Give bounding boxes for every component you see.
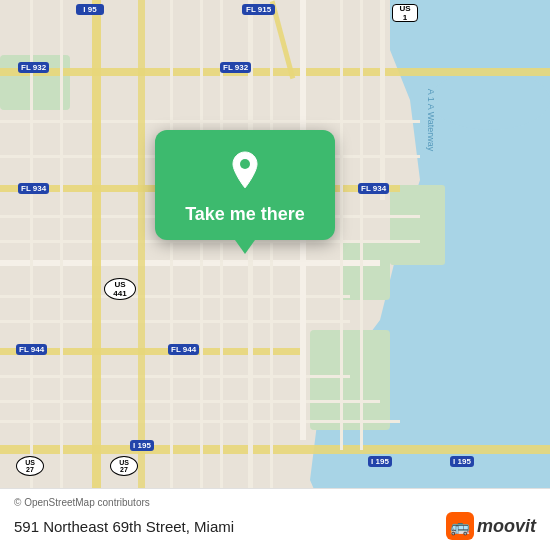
highway-shield-i95: I 95 (76, 4, 104, 15)
map-container: I 95 FL 915 US 1 FL 932 FL 932 FL 934 FL… (0, 0, 550, 550)
popup-card[interactable]: Take me there (155, 130, 335, 240)
svg-rect-9 (0, 260, 380, 266)
moovit-logo: 🚌 moovit (446, 512, 536, 540)
highway-shield-i195-farright: I 195 (450, 456, 474, 467)
svg-point-35 (240, 159, 250, 169)
moovit-text: moovit (477, 516, 536, 537)
svg-rect-26 (60, 0, 63, 550)
svg-rect-28 (200, 0, 203, 550)
svg-rect-11 (0, 445, 550, 454)
svg-rect-22 (138, 0, 145, 550)
highway-shield-fl932-left: FL 932 (18, 62, 49, 73)
highway-shield-fl944-left: FL 944 (16, 344, 47, 355)
highway-shield-i195-right: I 195 (368, 456, 392, 467)
svg-rect-3 (310, 330, 390, 430)
highway-shield-fl934-left: FL 934 (18, 183, 49, 194)
highway-shield-fl944-mid: FL 944 (168, 344, 199, 355)
popup-label: Take me there (185, 204, 305, 226)
highway-shield-fl932-mid: FL 932 (220, 62, 251, 73)
highway-shield-us27-left: US 27 (16, 456, 44, 476)
highway-shield-fl915: FL 915 (242, 4, 275, 15)
svg-rect-29 (220, 0, 223, 550)
svg-rect-7 (0, 68, 550, 76)
location-pin-icon (223, 148, 267, 192)
highway-shield-i195-left: I 195 (130, 440, 154, 451)
attribution-text: © OpenStreetMap contributors (14, 497, 536, 508)
svg-rect-16 (0, 295, 350, 298)
highway-shield-us1: US 1 (392, 4, 418, 22)
svg-rect-30 (270, 0, 273, 550)
svg-rect-4 (340, 240, 390, 300)
address-row: 591 Northeast 69th Street, Miami 🚌 moovi… (14, 512, 536, 540)
svg-point-2 (430, 70, 550, 130)
highway-shield-us441: US 441 (104, 278, 136, 300)
svg-rect-27 (170, 0, 173, 550)
svg-rect-23 (248, 0, 253, 550)
svg-rect-19 (0, 400, 380, 403)
svg-rect-21 (92, 0, 101, 550)
svg-rect-34 (380, 0, 385, 200)
svg-rect-31 (340, 0, 343, 450)
bottom-bar: © OpenStreetMap contributors 591 Northea… (0, 488, 550, 550)
svg-text:🚌: 🚌 (450, 517, 470, 536)
svg-rect-32 (360, 0, 363, 450)
svg-rect-17 (0, 320, 350, 323)
highway-shield-us27-mid: US 27 (110, 456, 138, 476)
waterway-label: A 1 A Waterway (426, 89, 436, 152)
svg-rect-18 (0, 375, 350, 378)
svg-rect-6 (390, 185, 445, 265)
highway-shield-fl934-right: FL 934 (358, 183, 389, 194)
map-background: I 95 FL 915 US 1 FL 932 FL 932 FL 934 FL… (0, 0, 550, 550)
moovit-bus-icon: 🚌 (446, 512, 474, 540)
address-text: 591 Northeast 69th Street, Miami (14, 518, 234, 535)
